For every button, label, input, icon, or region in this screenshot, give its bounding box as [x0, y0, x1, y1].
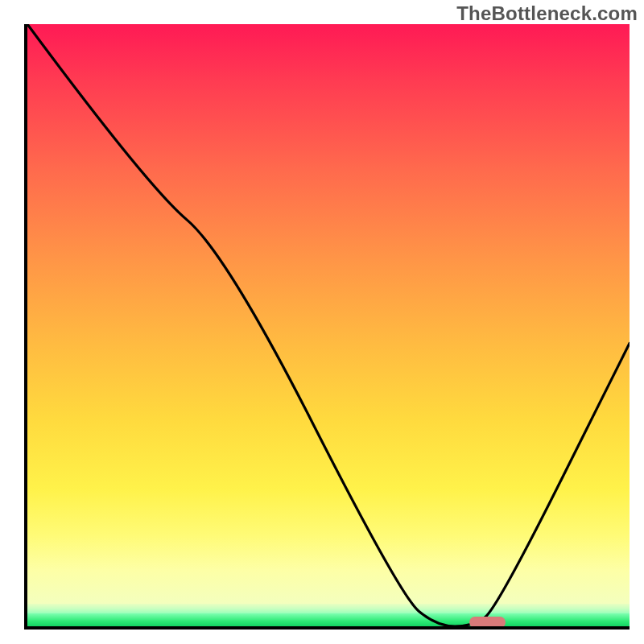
plot-area [24, 24, 630, 630]
watermark-text: TheBottleneck.com [456, 2, 638, 25]
optimal-marker [469, 617, 506, 628]
chart-container: TheBottleneck.com [0, 0, 644, 644]
bottleneck-curve [27, 24, 630, 626]
